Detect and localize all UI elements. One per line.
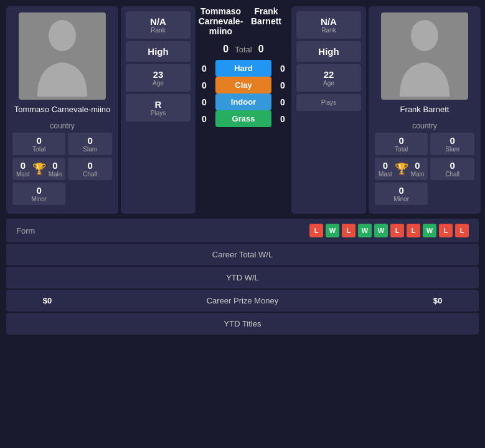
surface-left-3: 0 <box>198 114 210 124</box>
left-plays-block: R Plays <box>126 94 191 122</box>
right-plays-label: Plays <box>301 99 356 106</box>
left-minor-value: 0 <box>16 185 62 196</box>
right-minor-value: 0 <box>379 185 424 196</box>
ytd-titles-label: YTD Titles <box>16 319 469 328</box>
left-slam-value: 0 <box>72 135 108 146</box>
form-badge-2: L <box>342 224 356 237</box>
right-total-cell: 0 Total <box>375 133 428 155</box>
left-player-stats: 0 Total 0 Slam 0 Mast 🏆 0 Main <box>12 133 112 205</box>
right-rank-label: Rank <box>301 27 356 34</box>
left-mast-label: Mast <box>16 171 30 178</box>
right-prize-value: $0 <box>407 296 469 305</box>
left-age-label: Age <box>131 80 186 87</box>
right-main-value: 0 <box>411 160 425 171</box>
surface-left-0: 0 <box>198 64 210 74</box>
form-badge-8: L <box>439 224 453 237</box>
left-prize-value: $0 <box>16 296 78 305</box>
career-total-row: Career Total W/L <box>6 244 479 265</box>
surface-btn-indoor[interactable]: Indoor <box>215 93 271 110</box>
left-minor-label: Minor <box>16 196 62 203</box>
form-badge-1: W <box>326 224 339 237</box>
left-player-card: Tommaso Carnevale-miino country 0 Total … <box>6 6 118 214</box>
form-badge-5: L <box>390 224 404 237</box>
total-row: 0 Total 0 <box>198 41 289 57</box>
surface-row-indoor: 0 Indoor 0 <box>198 93 289 110</box>
left-age-block: 23 Age <box>126 64 191 92</box>
surface-left-2: 0 <box>198 97 210 107</box>
center-left-name: TommasoCarnevale-miino <box>198 6 243 36</box>
ytd-titles-row: YTD Titles <box>6 313 479 335</box>
center-names-row: TommasoCarnevale-miino FrankBarnett <box>198 6 289 36</box>
right-chall-value: 0 <box>434 160 471 171</box>
svg-point-0 <box>49 20 76 51</box>
right-chall-label: Chall <box>434 171 471 178</box>
center-column: TommasoCarnevale-miino FrankBarnett 0 To… <box>198 6 289 214</box>
form-label: Form <box>16 226 54 236</box>
surface-btn-hard[interactable]: Hard <box>215 60 271 77</box>
surface-row-clay: 0 Clay 0 <box>198 77 289 93</box>
total-right-score: 0 <box>258 44 264 55</box>
right-high-value: High <box>301 46 356 57</box>
form-badge-0: L <box>309 224 323 237</box>
left-total-value: 0 <box>16 135 62 146</box>
left-middle-panel: N/A Rank High 23 Age R Plays <box>121 6 195 214</box>
left-total-cell: 0 Total <box>12 133 65 155</box>
right-player-name: Frank Barnett <box>400 105 450 114</box>
right-total-value: 0 <box>379 135 424 146</box>
surface-rows: 0 Hard 0 0 Clay 0 0 Indoor 0 0 Grass 0 <box>198 60 289 127</box>
form-badge-4: W <box>374 224 388 237</box>
right-slam-label: Slam <box>434 146 471 153</box>
left-minor-cell: 0 Minor <box>12 183 65 205</box>
right-plays-block: Plays <box>296 94 361 111</box>
left-age-value: 23 <box>131 69 186 80</box>
left-main-value: 0 <box>49 160 62 171</box>
form-badge-9: L <box>455 224 469 237</box>
svg-point-1 <box>411 20 438 51</box>
prize-money-label: Career Prize Money <box>78 296 407 305</box>
left-trophy-icon: 🏆 <box>32 162 46 176</box>
surface-left-1: 0 <box>198 80 210 90</box>
right-age-label: Age <box>301 80 356 87</box>
prize-money-row: $0 Career Prize Money $0 <box>6 290 479 312</box>
career-total-label: Career Total W/L <box>16 250 469 259</box>
surface-right-0: 0 <box>276 64 289 74</box>
right-player-stats: 0 Total 0 Slam 0 Mast 🏆 0 Main <box>375 133 474 205</box>
left-mast-cell: 0 Mast 🏆 0 Main <box>12 158 65 180</box>
main-container: Tommaso Carnevale-miino country 0 Total … <box>0 0 485 341</box>
ytd-wl-label: YTD W/L <box>16 273 469 282</box>
left-slam-label: Slam <box>72 146 108 153</box>
total-label: Total <box>235 45 252 54</box>
form-badge-3: W <box>358 224 372 237</box>
total-left-score: 0 <box>223 44 228 55</box>
left-main-label: Main <box>49 171 62 178</box>
right-rank-block: N/A Rank <box>296 11 361 39</box>
surface-btn-grass[interactable]: Grass <box>215 110 271 127</box>
left-player-name: Tommaso Carnevale-miino <box>14 105 111 114</box>
left-rank-label: Rank <box>131 27 186 34</box>
right-player-avatar <box>381 12 468 100</box>
left-plays-value: R <box>131 99 186 110</box>
form-badge-6: L <box>407 224 420 237</box>
left-chall-value: 0 <box>72 160 108 171</box>
right-age-value: 22 <box>301 69 356 80</box>
left-plays-label: Plays <box>131 110 186 117</box>
form-badges: LWLWWLLWLL <box>59 224 469 237</box>
left-player-avatar <box>19 12 106 100</box>
right-minor-cell: 0 Minor <box>375 183 428 205</box>
right-mast-value: 0 <box>379 160 392 171</box>
left-high-value: High <box>131 46 186 57</box>
right-mast-label: Mast <box>379 171 392 178</box>
right-mast-cell: 0 Mast 🏆 0 Main <box>375 158 428 180</box>
right-slam-cell: 0 Slam <box>430 133 474 155</box>
right-age-block: 22 Age <box>296 64 361 92</box>
surface-btn-clay[interactable]: Clay <box>215 77 271 93</box>
center-right-name: FrankBarnett <box>243 6 289 26</box>
surface-row-grass: 0 Grass 0 <box>198 110 289 127</box>
surface-right-3: 0 <box>276 114 289 124</box>
right-slam-value: 0 <box>434 135 471 146</box>
right-player-card: Frank Barnett country 0 Total 0 Slam 0 M… <box>369 6 481 214</box>
left-chall-cell: 0 Chall <box>68 158 112 180</box>
right-high-block: High <box>296 41 361 62</box>
ytd-wl-row: YTD W/L <box>6 267 479 288</box>
form-badge-7: W <box>423 224 436 237</box>
